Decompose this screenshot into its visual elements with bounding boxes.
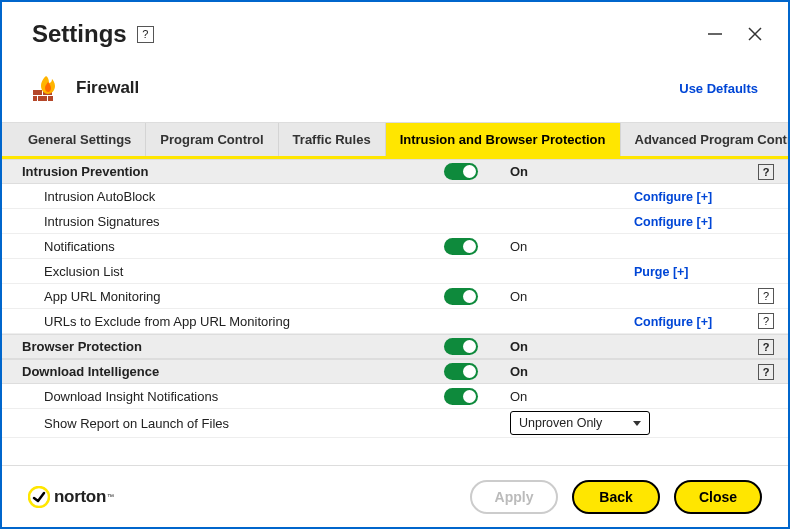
toggle-browser-protection[interactable]: [444, 338, 478, 355]
row-label: URLs to Exclude from App URL Monitoring: [14, 314, 444, 329]
row-label: App URL Monitoring: [14, 289, 444, 304]
state-text: On: [504, 289, 634, 304]
state-text: On: [504, 364, 634, 379]
configure-link[interactable]: Configure [+]: [634, 190, 712, 204]
state-text: On: [504, 164, 634, 179]
apply-button: Apply: [470, 480, 558, 514]
close-icon[interactable]: [746, 25, 764, 43]
back-button[interactable]: Back: [572, 480, 660, 514]
group-label: Browser Protection: [14, 339, 444, 354]
toggle-app-url-monitoring[interactable]: [444, 288, 478, 305]
tab-advanced-program-control[interactable]: Advanced Program Control: [621, 123, 791, 156]
row-exclusion-list: Exclusion List Purge [+]: [2, 259, 788, 284]
group-intrusion-prevention: Intrusion Prevention On ?: [2, 159, 788, 184]
row-label: Exclusion List: [14, 264, 444, 279]
help-icon[interactable]: ?: [758, 364, 774, 380]
toggle-intrusion-prevention[interactable]: [444, 163, 478, 180]
row-intrusion-autoblock: Intrusion AutoBlock Configure [+]: [2, 184, 788, 209]
tab-program-control[interactable]: Program Control: [146, 123, 278, 156]
row-intrusion-signatures: Intrusion Signatures Configure [+]: [2, 209, 788, 234]
tabs-row: General Settings Program Control Traffic…: [2, 122, 788, 159]
row-label: Intrusion Signatures: [14, 214, 444, 229]
toggle-notifications[interactable]: [444, 238, 478, 255]
help-icon[interactable]: ?: [758, 288, 774, 304]
row-label: Notifications: [14, 239, 444, 254]
section-title: Firewall: [76, 78, 139, 98]
svg-rect-7: [48, 96, 53, 101]
tab-traffic-rules[interactable]: Traffic Rules: [279, 123, 386, 156]
group-label: Download Intelligence: [14, 364, 444, 379]
purge-link[interactable]: Purge [+]: [634, 265, 689, 279]
svg-rect-5: [38, 96, 47, 101]
row-label: Intrusion AutoBlock: [14, 189, 444, 204]
svg-point-8: [29, 487, 49, 507]
settings-help-icon[interactable]: ?: [137, 26, 154, 43]
group-browser-protection: Browser Protection On ?: [2, 334, 788, 359]
group-label: Intrusion Prevention: [14, 164, 444, 179]
close-button[interactable]: Close: [674, 480, 762, 514]
chevron-down-icon: [633, 421, 641, 426]
group-download-intelligence: Download Intelligence On ?: [2, 359, 788, 384]
dropdown-value: Unproven Only: [519, 416, 602, 430]
help-icon[interactable]: ?: [758, 339, 774, 355]
page-title: Settings: [32, 20, 127, 48]
toggle-download-intelligence[interactable]: [444, 363, 478, 380]
row-notifications: Notifications On: [2, 234, 788, 259]
configure-link[interactable]: Configure [+]: [634, 315, 712, 329]
row-download-insight-notifications: Download Insight Notifications On: [2, 384, 788, 409]
minimize-icon[interactable]: [706, 25, 724, 43]
svg-rect-6: [33, 96, 37, 101]
help-icon[interactable]: ?: [758, 313, 774, 329]
brand-text: norton: [54, 487, 106, 507]
row-urls-exclude: URLs to Exclude from App URL Monitoring …: [2, 309, 788, 334]
use-defaults-link[interactable]: Use Defaults: [679, 81, 758, 96]
toggle-download-insight-notifications[interactable]: [444, 388, 478, 405]
state-text: On: [504, 239, 634, 254]
tab-intrusion-browser-protection[interactable]: Intrusion and Browser Protection: [386, 123, 621, 156]
state-text: On: [504, 389, 634, 404]
firewall-icon: [32, 72, 64, 104]
svg-rect-3: [33, 90, 42, 95]
dropdown-show-report[interactable]: Unproven Only: [510, 411, 650, 435]
configure-link[interactable]: Configure [+]: [634, 215, 712, 229]
row-show-report: Show Report on Launch of Files Unproven …: [2, 409, 788, 438]
tab-general-settings[interactable]: General Settings: [14, 123, 146, 156]
help-icon[interactable]: ?: [758, 164, 774, 180]
state-text: On: [504, 339, 634, 354]
row-label: Show Report on Launch of Files: [14, 416, 444, 431]
brand-logo: norton™: [28, 486, 114, 508]
row-label: Download Insight Notifications: [14, 389, 444, 404]
row-app-url-monitoring: App URL Monitoring On ?: [2, 284, 788, 309]
